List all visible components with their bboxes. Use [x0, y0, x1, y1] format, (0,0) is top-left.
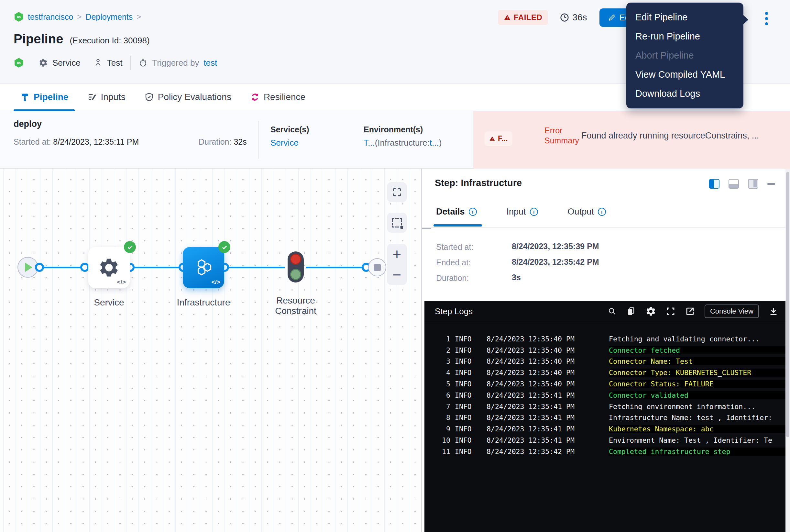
pipeline-graph-canvas[interactable]: </> Service </> Infrastructure Resource … [0, 169, 421, 532]
canvas-fullscreen-button[interactable] [387, 182, 407, 202]
panel-minimize-button[interactable] [767, 183, 775, 185]
step-logs-body[interactable]: 1INFO8/24/2023 12:35:40 PMFetching and v… [424, 322, 786, 457]
more-options-button[interactable] [759, 9, 773, 28]
external-link-icon[interactable] [685, 306, 695, 316]
tab-pipeline-label: Pipeline [34, 92, 68, 102]
harness-logo-icon: ∞ [14, 58, 24, 68]
log-line: 4INFO8/24/2023 12:35:40 PMConnector Type… [424, 367, 786, 378]
log-line: 6INFO8/24/2023 12:35:41 PMConnector vali… [424, 390, 786, 401]
success-check-icon [124, 241, 136, 253]
fullscreen-icon [392, 187, 402, 197]
environment-value[interactable]: T...(Infrastructure:t...) [364, 138, 442, 148]
service-step-node[interactable]: </> [88, 247, 130, 288]
tab-details[interactable]: Details [436, 207, 477, 217]
gear-icon[interactable] [646, 306, 656, 317]
search-icon[interactable] [608, 307, 617, 316]
error-summary-zone: F... Error Summary Found already running… [473, 111, 790, 169]
menu-item-view-compiled-yaml[interactable]: View Compiled YAML [626, 65, 744, 84]
service-link[interactable]: Service [270, 138, 298, 148]
marquee-select-icon [392, 218, 402, 228]
svg-text:∞: ∞ [17, 14, 21, 20]
triggered-by-user-link[interactable]: test [204, 58, 217, 68]
log-line: 10INFO8/24/2023 12:35:41 PMEnvironment N… [424, 435, 786, 446]
fullscreen-icon[interactable] [666, 306, 675, 316]
step-logs-panel: Step Logs Console View 1INFO8/24/2023 12… [424, 301, 786, 532]
zoom-out-button[interactable]: − [387, 264, 407, 285]
step-ended-value: 8/24/2023, 12:35:42 PM [512, 257, 599, 267]
end-node[interactable] [368, 258, 386, 277]
menu-item-download-logs[interactable]: Download Logs [626, 84, 744, 103]
clock-icon [560, 13, 570, 22]
step-logs-header: Step Logs Console View [424, 301, 786, 322]
menu-item-rerun-pipeline[interactable]: Re-run Pipeline [626, 27, 744, 46]
tab-resilience[interactable]: Resilience [250, 83, 305, 111]
warning-triangle-icon [504, 14, 511, 21]
graph-edge [306, 267, 367, 268]
step-panel-tabs: Details Input Output [436, 207, 606, 217]
breadcrumb: ∞ testfrancisco > Deployments > [14, 12, 141, 22]
code-view-glyph: </> [117, 279, 126, 286]
tab-pipeline[interactable]: Pipeline [20, 83, 68, 111]
started-at-label: Started at: [14, 137, 51, 146]
stage-name[interactable]: deploy [14, 119, 42, 129]
zoom-in-button[interactable]: + [387, 244, 407, 264]
meta-divider [130, 56, 131, 70]
console-view-button[interactable]: Console View [705, 304, 759, 318]
info-icon[interactable] [530, 208, 538, 216]
trigger-type-icon [94, 58, 102, 67]
step-duration-label: Duration: [436, 273, 469, 283]
service-name: Service [53, 58, 80, 68]
layout-bottom-view-button[interactable] [729, 179, 739, 189]
stopwatch-icon [138, 58, 148, 67]
tab-policy-evaluations[interactable]: Policy Evaluations [144, 83, 231, 111]
layout-split-view-button[interactable] [709, 179, 719, 189]
canvas-select-button[interactable] [387, 213, 407, 233]
traffic-light-green [290, 269, 301, 280]
error-chip-label: F... [498, 134, 508, 143]
duration-label: Duration: [199, 137, 231, 146]
menu-item-edit-pipeline[interactable]: Edit Pipeline [626, 8, 744, 27]
hexagons-icon [193, 257, 214, 278]
elapsed-time: 36s [560, 12, 587, 23]
log-line: 2INFO8/24/2023 12:35:40 PMConnector fetc… [424, 345, 786, 356]
environment-name: T... [364, 138, 375, 148]
pipeline-options-menu: Edit Pipeline Re-run Pipeline Abort Pipe… [626, 3, 744, 109]
info-icon[interactable] [469, 208, 477, 216]
resource-constraint-node-label: Resource Constraint [260, 296, 331, 316]
infrastructure-node-label: Infrastructure [168, 298, 239, 308]
tab-inputs[interactable]: Inputs [87, 83, 125, 111]
environment-close-paren: ) [439, 138, 442, 148]
tab-input[interactable]: Input [507, 207, 538, 217]
page-scrollbar[interactable] [786, 169, 790, 532]
panel-layout-controls [709, 179, 775, 189]
edge-connector-dot [80, 263, 89, 272]
info-icon[interactable] [598, 208, 606, 216]
copy-icon[interactable] [626, 306, 636, 316]
breadcrumb-deployments-link[interactable]: Deployments [85, 12, 133, 22]
layout-right-view-button[interactable] [748, 179, 758, 189]
resource-constraint-node[interactable] [288, 251, 304, 283]
status-badge-label: FAILED [514, 13, 542, 22]
scrollbar-thumb[interactable] [786, 172, 789, 437]
environment-infra-name: t... [430, 138, 439, 148]
tab-output[interactable]: Output [568, 207, 606, 217]
title-row: Pipeline (Execution Id: 30098) [14, 32, 150, 46]
breadcrumb-org-link[interactable]: testfrancisco [28, 12, 73, 22]
error-summary-message[interactable]: Found already running resourceConstrains… [581, 131, 790, 141]
log-line: 7INFO8/24/2023 12:35:41 PMFetching envir… [424, 401, 786, 412]
step-panel-title: Step: Infrastructure [435, 178, 522, 188]
log-line: 11INFO8/24/2023 12:35:42 PMCompleted inf… [424, 446, 786, 457]
services-label: Service(s) [270, 125, 309, 134]
pipeline-execution-page: ∞ testfrancisco > Deployments > Pipeline… [0, 0, 790, 532]
triggered-by-label: Triggered by [152, 58, 199, 68]
graph-edge [225, 267, 285, 268]
status-badge: FAILED [498, 10, 548, 25]
environments-label: Environment(s) [364, 125, 423, 134]
environment-infra-prefix: (Infrastructure: [375, 138, 430, 148]
error-summary-label: Error Summary [544, 126, 579, 146]
infrastructure-step-node[interactable]: </> [183, 247, 224, 288]
step-ended-label: Ended at: [436, 258, 471, 267]
breadcrumb-separator: > [136, 12, 141, 21]
download-icon[interactable] [769, 306, 778, 316]
trigger-name: Test [107, 58, 122, 68]
